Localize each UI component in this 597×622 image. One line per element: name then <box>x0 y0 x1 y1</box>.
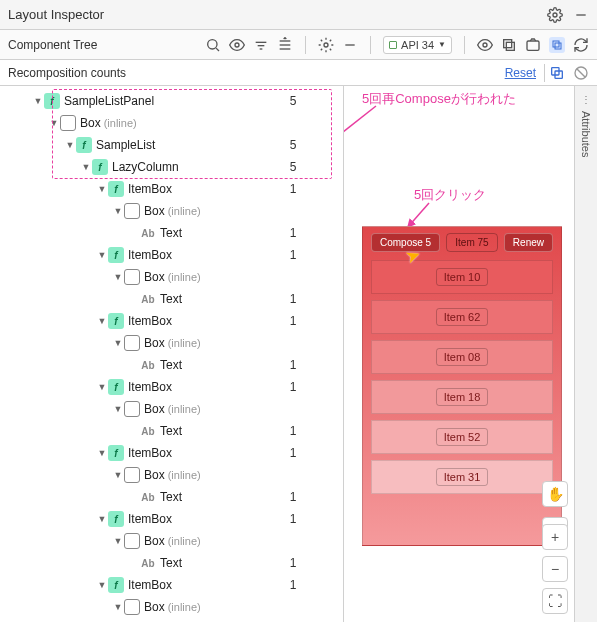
expand-chevron-icon[interactable] <box>112 272 124 282</box>
expand-chevron-icon[interactable] <box>112 536 124 546</box>
tree-row-box[interactable]: Box(inline) <box>0 530 343 552</box>
reset-link[interactable]: Reset <box>505 66 536 80</box>
expand-chevron-icon[interactable] <box>32 96 44 106</box>
device-api-selector[interactable]: API 34 ▼ <box>383 36 452 54</box>
device-item-label: Item 31 <box>436 468 489 486</box>
text-node-icon <box>140 423 156 439</box>
svg-point-4 <box>235 43 239 47</box>
node-label: ItemBox <box>128 182 172 196</box>
svg-point-0 <box>553 13 557 17</box>
device-list-item[interactable]: Item 10 <box>371 260 553 294</box>
box-node-icon <box>124 401 140 417</box>
tree-row-itembox[interactable]: ItemBox1 <box>0 310 343 332</box>
device-list-item[interactable]: Item 52 <box>371 420 553 454</box>
view-eye-icon[interactable] <box>477 37 493 53</box>
device-top-item[interactable]: Item 75 <box>446 233 497 252</box>
expand-chevron-icon[interactable] <box>112 206 124 216</box>
recomposition-count: 1 <box>279 578 307 592</box>
tree-row-text[interactable]: Text1 <box>0 618 343 622</box>
expand-chevron-icon[interactable] <box>112 470 124 480</box>
tree-row-samplelist[interactable]: SampleList5 <box>0 134 343 156</box>
search-icon[interactable] <box>205 37 221 53</box>
node-label: Text <box>160 490 182 504</box>
tree-row-lazycolumn[interactable]: LazyColumn5 <box>0 156 343 178</box>
tree-row-text[interactable]: Text1 <box>0 222 343 244</box>
inline-tag: (inline) <box>168 535 201 547</box>
recomposition-count: 1 <box>279 358 307 372</box>
expand-chevron-icon[interactable] <box>96 580 108 590</box>
tree-row-itembox[interactable]: ItemBox1 <box>0 376 343 398</box>
main-area: SampleListPanel5Box(inline)SampleList5La… <box>0 86 597 622</box>
settings-icon[interactable] <box>318 37 334 53</box>
tree-row-itembox[interactable]: ItemBox1 <box>0 244 343 266</box>
tree-row-itembox[interactable]: ItemBox1 <box>0 508 343 530</box>
recomposition-count: 1 <box>279 292 307 306</box>
expand-chevron-icon[interactable] <box>112 602 124 612</box>
compose-node-icon <box>92 159 108 175</box>
expand-chevron-icon[interactable] <box>96 184 108 194</box>
expand-chevron-icon[interactable] <box>112 404 124 414</box>
tree-row-itembox[interactable]: ItemBox1 <box>0 574 343 596</box>
expand-chevron-icon[interactable] <box>80 162 92 172</box>
snapshot-icon[interactable] <box>525 37 541 53</box>
tree-row-box[interactable]: Box(inline) <box>0 398 343 420</box>
filter-icon[interactable] <box>253 37 269 53</box>
pan-icon[interactable]: ✋ <box>542 481 568 507</box>
component-tree[interactable]: SampleListPanel5Box(inline)SampleList5La… <box>0 86 343 622</box>
node-label: ItemBox <box>128 578 172 592</box>
zoom-fit-icon[interactable]: ⛶ <box>542 588 568 614</box>
tree-row-itembox[interactable]: ItemBox1 <box>0 178 343 200</box>
expand-chevron-icon[interactable] <box>96 250 108 260</box>
svg-rect-14 <box>504 39 512 47</box>
device-list-item[interactable]: Item 31 <box>371 460 553 494</box>
tree-row-box[interactable]: Box(inline) <box>0 464 343 486</box>
tree-row-box[interactable]: Box(inline) <box>0 112 343 134</box>
recomposition-count: 1 <box>279 512 307 526</box>
zoom-in-icon[interactable]: + <box>542 524 568 550</box>
overlay-icon[interactable] <box>501 37 517 53</box>
collapse-icon[interactable] <box>277 37 293 53</box>
live-updates-icon[interactable] <box>549 37 565 53</box>
tree-row-text[interactable]: Text1 <box>0 420 343 442</box>
expand-chevron-icon[interactable] <box>96 514 108 524</box>
expand-chevron-icon[interactable] <box>64 140 76 150</box>
node-label: Text <box>160 424 182 438</box>
text-node-icon <box>140 357 156 373</box>
tree-row-box[interactable]: Box(inline) <box>0 332 343 354</box>
inline-tag: (inline) <box>168 469 201 481</box>
refresh-icon[interactable] <box>573 37 589 53</box>
tree-row-text[interactable]: Text1 <box>0 552 343 574</box>
renew-button[interactable]: Renew <box>504 233 553 252</box>
minimize-icon[interactable] <box>573 7 589 23</box>
tree-row-box[interactable]: Box(inline) <box>0 200 343 222</box>
node-label: ItemBox <box>128 380 172 394</box>
tree-row-box[interactable]: Box(inline) <box>0 596 343 618</box>
tree-row-itembox[interactable]: ItemBox1 <box>0 442 343 464</box>
tree-row-text[interactable]: Text1 <box>0 354 343 376</box>
tree-row-box[interactable]: Box(inline) <box>0 266 343 288</box>
component-tree-panel: SampleListPanel5Box(inline)SampleList5La… <box>0 86 344 622</box>
copy-icon[interactable] <box>549 65 565 81</box>
expand-chevron-icon[interactable] <box>112 338 124 348</box>
hide-panel-icon[interactable] <box>342 37 358 53</box>
gear-icon[interactable] <box>547 7 563 23</box>
svg-line-3 <box>216 48 219 51</box>
skip-icon[interactable] <box>573 65 589 81</box>
device-list-item[interactable]: Item 18 <box>371 380 553 414</box>
zoom-out-icon[interactable]: − <box>542 556 568 582</box>
expand-chevron-icon[interactable] <box>96 382 108 392</box>
attributes-rail[interactable]: ⋮ Attributes <box>575 86 597 622</box>
compose-node-icon <box>108 511 124 527</box>
tree-row-text[interactable]: Text1 <box>0 288 343 310</box>
svg-rect-18 <box>555 43 561 49</box>
eye-icon[interactable] <box>229 37 245 53</box>
svg-line-22 <box>577 69 585 77</box>
tree-row-samplelistpanel[interactable]: SampleListPanel5 <box>0 90 343 112</box>
tree-row-text[interactable]: Text1 <box>0 486 343 508</box>
expand-chevron-icon[interactable] <box>96 316 108 326</box>
expand-chevron-icon[interactable] <box>48 118 60 128</box>
device-list-item[interactable]: Item 08 <box>371 340 553 374</box>
expand-chevron-icon[interactable] <box>96 448 108 458</box>
device-list-item[interactable]: Item 62 <box>371 300 553 334</box>
device-preview[interactable]: Compose 5 Item 75 Renew Item 10Item 62It… <box>362 226 562 546</box>
